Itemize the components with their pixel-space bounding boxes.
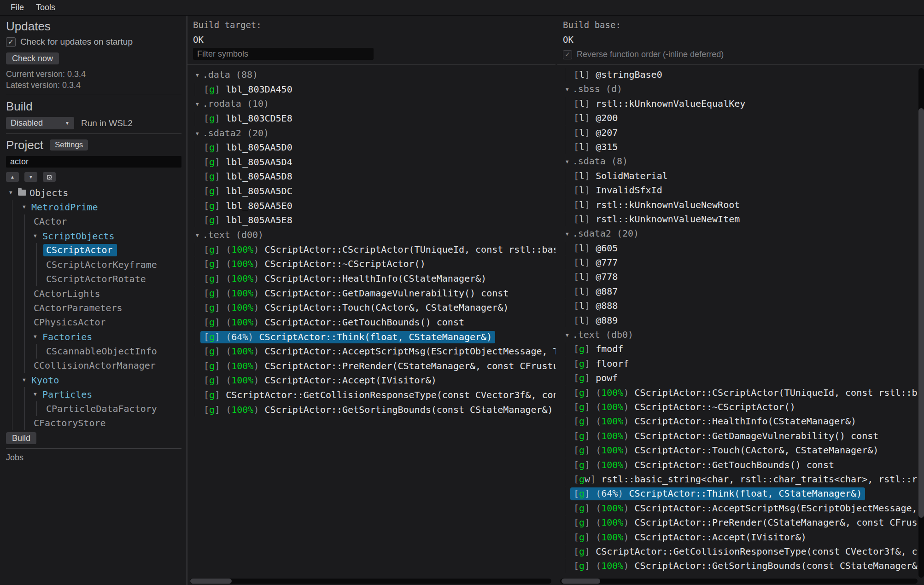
symbol-row[interactable]: [g] powf xyxy=(557,371,924,385)
symbol-row[interactable]: [g] lbl_805AA5D8 xyxy=(187,169,556,184)
symbol-row[interactable]: [l] SolidMaterial xyxy=(557,169,924,183)
symbol-section-row[interactable]: ▼.sdata2 (20) xyxy=(557,226,924,241)
reverse-order-checkbox[interactable]: ✓ xyxy=(563,50,572,59)
symbol-row[interactable]: [g] floorf xyxy=(557,357,924,371)
symbol-name: CScriptActor::GetTouchBounds() const xyxy=(265,317,464,328)
symbol-name: rstl::basic_string<char, rstl::char_trai… xyxy=(601,474,917,485)
horizontal-scrollbar[interactable] xyxy=(560,579,918,584)
tree-item-metroidprime[interactable]: ▼MetroidPrime xyxy=(6,200,181,214)
symbol-row[interactable]: [g] (64%) CScriptActor::Think(float, CSt… xyxy=(187,330,556,345)
tree-item-cscriptactorrotate[interactable]: CScriptActorRotate xyxy=(6,272,181,286)
tree-item-cactorlights[interactable]: CActorLights xyxy=(6,286,181,301)
tree-item-cscriptactor[interactable]: CScriptActor xyxy=(6,243,181,257)
tree-item-objects[interactable]: ▼Objects xyxy=(6,185,181,200)
symbol-row[interactable]: [g] (100%) CScriptActor::GetSortingBound… xyxy=(557,559,924,573)
symbol-row[interactable]: [g] lbl_803DA450 xyxy=(187,82,556,97)
symbol-row[interactable]: [g] (64%) CScriptActor::Think(float, CSt… xyxy=(557,487,924,501)
symbol-row[interactable]: [g] lbl_805AA5DC xyxy=(187,184,556,199)
symbol-row[interactable]: [g] CScriptActor::GetCollisionResponseTy… xyxy=(557,544,924,559)
symbol-row[interactable]: [g] (100%) CScriptActor::GetTouchBounds(… xyxy=(557,458,924,472)
scrollbar-thumb[interactable] xyxy=(918,108,924,518)
symbol-row[interactable]: [g] lbl_805AA5E8 xyxy=(187,213,556,228)
locate-current-button[interactable] xyxy=(43,172,56,182)
symbol-row[interactable]: [g] lbl_805AA5E0 xyxy=(187,199,556,214)
symbol-row[interactable]: [g] (100%) CScriptActor::Touch(CActor&, … xyxy=(557,443,924,458)
symbol-row[interactable]: [g] lbl_805AA5D0 xyxy=(187,140,556,155)
menu-file[interactable]: File xyxy=(11,3,24,12)
symbol-row[interactable]: [g] (100%) CScriptActor::GetDamageVulner… xyxy=(557,429,924,443)
vertical-scrollbar[interactable] xyxy=(918,68,924,578)
project-settings-button[interactable]: Settings xyxy=(50,139,88,151)
symbol-section-row[interactable]: ▼.rodata (10) xyxy=(187,97,556,111)
symbol-row[interactable]: [l] @stringBase0 xyxy=(557,68,924,82)
tree-item-cfactorystore[interactable]: CFactoryStore xyxy=(6,416,181,430)
symbol-section-row[interactable]: ▼.text (d00) xyxy=(187,228,556,243)
tree-item-particles[interactable]: ▼Particles xyxy=(6,387,181,401)
symbol-row[interactable]: [l] rstl::kUnknownValueNewRoot xyxy=(557,198,924,212)
symbol-row[interactable]: [g] (100%) CScriptActor::CScriptActor(TU… xyxy=(187,243,556,257)
tree-item-scriptobjects[interactable]: ▼ScriptObjects xyxy=(6,229,181,243)
symbol-row[interactable]: [g] (100%) CScriptActor::~CScriptActor() xyxy=(557,400,924,414)
symbol-row[interactable]: [g] (100%) CScriptActor::PreRender(CStat… xyxy=(557,515,924,530)
symbol-row[interactable]: [l] rstl::kUnknownValueNewItem xyxy=(557,212,924,226)
symbol-row[interactable]: [l] @605 xyxy=(557,241,924,255)
symbol-section-row[interactable]: ▼.text (db0) xyxy=(557,328,924,342)
symbol-row[interactable]: [g] (100%) CScriptActor::GetDamageVulner… xyxy=(187,286,556,301)
symbol-row[interactable]: [g] (100%) CScriptActor::Accept(IVisitor… xyxy=(557,530,924,544)
tree-item-cactor[interactable]: CActor xyxy=(6,214,181,229)
prev-match-button[interactable]: ▲ xyxy=(6,172,19,182)
symbol-section-row[interactable]: ▼.sbss (d) xyxy=(557,82,924,96)
symbol-section-row[interactable]: ▼.sdata2 (20) xyxy=(187,126,556,141)
tree-item-cparticledatafactory[interactable]: CParticleDataFactory xyxy=(6,401,181,416)
scrollbar-thumb[interactable] xyxy=(561,579,600,584)
menu-tools[interactable]: Tools xyxy=(36,3,55,12)
symbol-row[interactable]: [l] InvalidSfxId xyxy=(557,183,924,197)
symbol-row[interactable]: [g] (100%) CScriptActor::CScriptActor(TU… xyxy=(557,386,924,400)
symbol-section-row[interactable]: ▼.data (88) xyxy=(187,68,556,82)
tree-item-cscannableobjectinfo[interactable]: CScannableObjectInfo xyxy=(6,344,181,358)
text: ) xyxy=(253,375,264,386)
indent-guide xyxy=(565,342,565,356)
symbol-row[interactable]: [g] (100%) CScriptActor::HealthInfo(CSta… xyxy=(187,272,556,286)
tree-item-cscriptactorkeyframe[interactable]: CScriptActorKeyframe xyxy=(6,257,181,272)
symbol-row[interactable]: [g] lbl_805AA5D4 xyxy=(187,155,556,170)
filter-symbols-input[interactable] xyxy=(193,48,374,60)
symbol-row[interactable]: [g] (100%) CScriptActor::GetSortingBound… xyxy=(187,403,556,417)
next-match-button[interactable]: ▼ xyxy=(24,172,37,182)
tree-item-cactorparameters[interactable]: CActorParameters xyxy=(6,301,181,315)
symbol-row[interactable]: [l] @888 xyxy=(557,299,924,313)
symbol-row[interactable]: [g] (100%) CScriptActor::AcceptScriptMsg… xyxy=(557,501,924,515)
symbol-row[interactable]: [l] @777 xyxy=(557,255,924,270)
check-now-button[interactable]: Check now xyxy=(6,52,59,64)
build-mode-dropdown[interactable]: Disabled ▼ xyxy=(6,117,74,129)
symbol-row[interactable]: [l] @778 xyxy=(557,270,924,284)
symbol-row[interactable]: [g] lbl_803CD5E8 xyxy=(187,111,556,126)
symbol-row[interactable]: [l] rstl::kUnknownValueEqualKey xyxy=(557,97,924,111)
symbol-row[interactable]: [gw] rstl::basic_string<char, rstl::char… xyxy=(557,472,924,487)
check-updates-checkbox[interactable]: ✓ xyxy=(6,37,16,47)
symbol-row[interactable]: [g] (100%) CScriptActor::~CScriptActor() xyxy=(187,257,556,272)
symbol-row[interactable]: [g] (100%) CScriptActor::Touch(CActor&, … xyxy=(187,301,556,315)
symbol-row[interactable]: [l] @315 xyxy=(557,140,924,154)
symbol-row[interactable]: [g] (100%) CScriptActor::Accept(IVisitor… xyxy=(187,373,556,388)
symbol-row[interactable]: [g] (100%) CScriptActor::HealthInfo(CSta… xyxy=(557,414,924,429)
symbol-row[interactable]: [g] fmodf xyxy=(557,342,924,356)
text: ( xyxy=(596,445,601,456)
symbol-section-row[interactable]: ▼.sdata (8) xyxy=(557,154,924,168)
symbol-row[interactable]: [l] @200 xyxy=(557,111,924,125)
symbol-row[interactable]: [l] @887 xyxy=(557,284,924,299)
tree-item-ccollisionactormanager[interactable]: CCollisionActorManager xyxy=(6,359,181,373)
object-search-input[interactable] xyxy=(6,156,181,168)
symbol-row[interactable]: [l] @207 xyxy=(557,126,924,140)
symbol-row[interactable]: [l] @889 xyxy=(557,313,924,328)
build-button[interactable]: Build xyxy=(6,432,36,444)
tree-item-cphysicsactor[interactable]: CPhysicsActor xyxy=(6,315,181,330)
tree-item-factories[interactable]: ▼Factories xyxy=(6,330,181,344)
tree-item-kyoto[interactable]: ▼Kyoto xyxy=(6,373,181,387)
horizontal-scrollbar[interactable] xyxy=(190,579,551,584)
symbol-row[interactable]: [g] CScriptActor::GetCollisionResponseTy… xyxy=(187,388,556,403)
scrollbar-thumb[interactable] xyxy=(190,579,232,584)
symbol-row[interactable]: [g] (100%) CScriptActor::AcceptScriptMsg… xyxy=(187,344,556,359)
symbol-row[interactable]: [g] (100%) CScriptActor::GetTouchBounds(… xyxy=(187,315,556,330)
symbol-row[interactable]: [g] (100%) CScriptActor::PreRender(CStat… xyxy=(187,359,556,374)
